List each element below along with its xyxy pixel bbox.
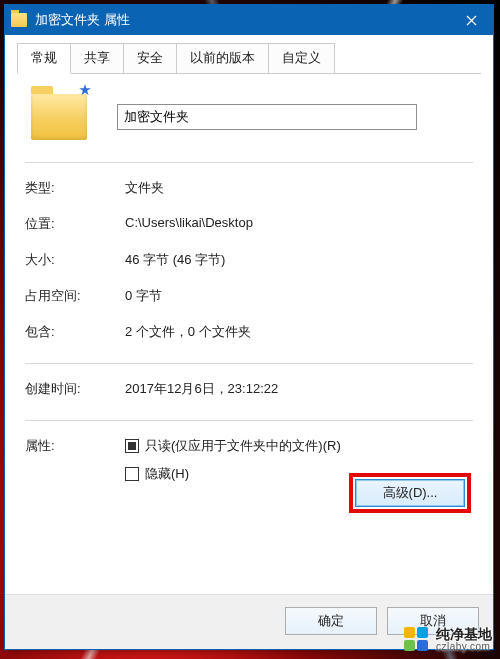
tab-previous-versions[interactable]: 以前的版本 (176, 43, 269, 73)
size-label: 大小: (25, 251, 125, 269)
location-value: C:\Users\likai\Desktop (125, 215, 473, 233)
window-title: 加密文件夹 属性 (35, 11, 449, 29)
attributes-label: 属性: (25, 437, 125, 493)
separator (25, 162, 473, 163)
folder-icon (11, 13, 27, 27)
size-value: 46 字节 (46 字节) (125, 251, 473, 269)
separator (25, 363, 473, 364)
type-label: 类型: (25, 179, 125, 197)
readonly-checkbox[interactable] (125, 439, 139, 453)
created-label: 创建时间: (25, 380, 125, 398)
ok-button[interactable]: 确定 (285, 607, 377, 635)
titlebar[interactable]: 加密文件夹 属性 (5, 5, 493, 35)
tab-share[interactable]: 共享 (70, 43, 124, 73)
size-on-disk-label: 占用空间: (25, 287, 125, 305)
hidden-checkbox[interactable] (125, 467, 139, 481)
close-icon (466, 15, 477, 26)
size-on-disk-value: 0 字节 (125, 287, 473, 305)
folder-name-input[interactable] (117, 104, 417, 130)
general-pane: 类型: 文件夹 位置: C:\Users\likai\Desktop 大小: 4… (17, 74, 481, 594)
advanced-highlight: 高级(D)... (349, 473, 471, 513)
folder-large-icon (31, 94, 87, 140)
tab-strip: 常规 共享 安全 以前的版本 自定义 (17, 43, 481, 74)
watermark-name: 纯净基地 (436, 627, 492, 642)
watermark-logo-icon (404, 627, 430, 653)
contains-label: 包含: (25, 323, 125, 341)
tab-general[interactable]: 常规 (17, 43, 71, 74)
readonly-label: 只读(仅应用于文件夹中的文件)(R) (145, 437, 341, 455)
separator (25, 420, 473, 421)
watermark: 纯净基地 czlaby.com (404, 627, 492, 653)
readonly-checkbox-row[interactable]: 只读(仅应用于文件夹中的文件)(R) (125, 437, 473, 455)
hidden-label: 隐藏(H) (145, 465, 189, 483)
tab-security[interactable]: 安全 (123, 43, 177, 73)
watermark-url: czlaby.com (436, 642, 492, 653)
location-label: 位置: (25, 215, 125, 233)
advanced-button[interactable]: 高级(D)... (355, 479, 465, 507)
type-value: 文件夹 (125, 179, 473, 197)
tab-custom[interactable]: 自定义 (268, 43, 335, 73)
close-button[interactable] (449, 5, 493, 35)
properties-dialog: 加密文件夹 属性 常规 共享 安全 以前的版本 自定义 类型: 文件夹 位置: (4, 4, 494, 650)
client-area: 常规 共享 安全 以前的版本 自定义 类型: 文件夹 位置: C:\Users\… (5, 35, 493, 594)
created-value: 2017年12月6日，23:12:22 (125, 380, 473, 398)
contains-value: 2 个文件，0 个文件夹 (125, 323, 473, 341)
